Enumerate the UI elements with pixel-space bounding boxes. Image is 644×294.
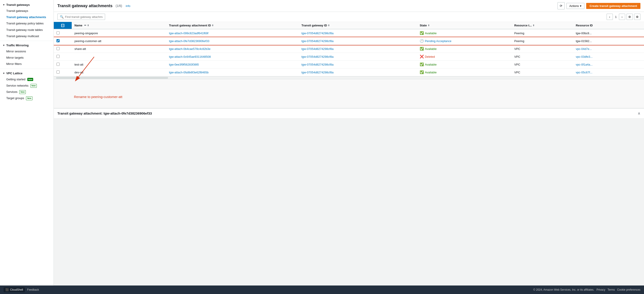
cell-state-4: ✅Available [417,61,512,68]
sidebar-item-services[interactable]: Services New [0,89,54,95]
tgw-id-link-5[interactable]: tgw-07054d8274298cf8a [302,71,334,74]
sort-state-icon[interactable]: ⇕ [428,24,430,27]
row-checkbox-4[interactable] [56,63,60,66]
page-count: (1/6) [116,4,122,7]
new-badge-target-groups: New [26,96,32,100]
row-checkbox-3[interactable] [56,55,60,58]
cell-resource-id-1: tgw-01582... [573,37,644,45]
th-resource-id[interactable]: Resource ID [573,22,644,29]
sidebar-section-traffic-mirroring[interactable]: ▼ Traffic Mirroring [0,42,54,48]
page-number: 1 [614,15,618,18]
attach-id-link-4[interactable]: tgw-0ee3f9f56283f36f0 [169,63,199,66]
sidebar-item-getting-started[interactable]: Getting started New [0,76,54,83]
header-actions: ⟳ Actions ▾ Create transit gateway attac… [558,2,640,9]
actions-label: Actions [570,4,579,7]
privacy-link[interactable]: Privacy [596,288,605,291]
sidebar-item-transit-gateway-multicast[interactable]: Transit gateway multicast [0,33,54,39]
info-link[interactable]: info [126,4,130,7]
feedback-link[interactable]: Feedback [27,288,39,291]
th-state[interactable]: State ⇕ [417,22,512,29]
sidebar-section-vpc-lattice[interactable]: ▼ VPC Lattice [0,70,54,76]
table-settings-button[interactable]: ⚙ [626,14,633,20]
row-checkbox-1[interactable] [56,39,60,42]
th-resource-type[interactable]: Resource t... ⇕ [512,22,573,29]
edit-name-icon[interactable]: ✏ [84,24,86,27]
sidebar-item-transit-gateway-attachments[interactable]: Transit gateway attachments [0,14,54,20]
table-row: peering-customer-atttgw-attach-0fe7d3823… [54,37,644,45]
attach-id-link-5[interactable]: tgw-attach-0fa9b6f3e62f8465b [169,71,208,74]
resource-id-link-3[interactable]: vpc-03dfe3... [576,55,592,58]
cell-attach-id-3: tgw-attach-0c645ae9311648508 [166,53,299,61]
next-page-button[interactable]: › [619,14,625,20]
sidebar-item-transit-gateway-route-tables[interactable]: Transit gateway route tables [0,27,54,33]
terms-link[interactable]: Terms [608,288,615,291]
row-checkbox-5[interactable] [56,70,60,74]
status-text: Available [425,47,437,51]
select-all-header[interactable]: — [54,22,72,29]
refresh-button[interactable]: ⟳ [558,2,565,9]
cell-attach-id-1: tgw-attach-0fe7d38236906ef33 [166,37,299,45]
details-collapse-button[interactable]: ∧ [638,111,640,116]
sidebar-section-traffic-mirroring-label: Traffic Mirroring [6,44,29,47]
sort-restype-icon[interactable]: ⇕ [533,24,534,27]
tgw-id-link-4[interactable]: tgw-07054d8274298cf8a [302,63,334,66]
pagination-controls: ‹ 1 › ⚙ ⚙ [606,14,640,20]
row-checkbox-2[interactable] [56,47,60,50]
cell-resource-id-0: tgw-00bc8... [573,29,644,37]
page-title: Transit gateway attachments [57,3,112,8]
status-text: Available [425,63,437,66]
sort-name-icon[interactable]: ⇕ [87,24,89,27]
sort-tgw-icon[interactable]: ⇕ [328,24,330,27]
search-container[interactable]: 🔍 [57,14,105,20]
sidebar-item-transit-gateways[interactable]: Transit gateways [0,8,54,14]
attach-id-link-0[interactable]: tgw-attach-099c823adf641f69f [169,31,208,35]
sidebar-item-mirror-filters[interactable]: Mirror filters [0,61,54,67]
cookie-preferences-link[interactable]: Cookie preferences [617,288,640,291]
cell-attach-id-0: tgw-attach-099c823adf641f69f [166,29,299,37]
sidebar-item-target-groups[interactable]: Target groups New [0,95,54,101]
create-attachment-button[interactable]: Create transit gateway attachment [586,3,640,9]
sidebar-item-mirror-targets[interactable]: Mirror targets [0,55,54,61]
scrollbar-thumb[interactable] [56,77,168,79]
th-tgw-id[interactable]: Transit gateway ID ⇕ [299,22,417,29]
row-checkbox-0[interactable] [56,31,60,34]
th-attach-id[interactable]: Transit gateway attachment ID ⇕ [166,22,299,29]
cell-name-5: dev-att [72,68,166,76]
cell-resource-type-0: Peering [512,29,573,37]
sidebar-item-mirror-sessions[interactable]: Mirror sessions [0,48,54,55]
th-name[interactable]: Name ✏ ⇕ [72,22,166,29]
cell-attach-id-2: tgw-attach-0b4cae578c4c82b3e [166,45,299,53]
cell-resource-type-3: VPC [512,53,573,61]
status-icon: ✅ [420,31,424,35]
sidebar-section-vpc-lattice-label: VPC Lattice [6,72,22,75]
th-resource-type-label: Resource t... [514,24,532,27]
sort-attach-icon[interactable]: ⇕ [212,24,214,27]
details-title: Transit gateway attachment: tgw-attach-0… [57,111,152,115]
tgw-id-link-1[interactable]: tgw-07054d8274298cf8a [302,39,334,43]
tgw-id-link-0[interactable]: tgw-07054d8274298cf8a [302,31,334,35]
status-icon: ❌ [420,55,424,59]
resource-id-link-5[interactable]: vpc-05c67f... [576,71,592,74]
actions-button[interactable]: Actions ▾ [566,3,584,9]
sidebar-item-service-networks[interactable]: Service networks New [0,83,54,89]
search-input[interactable] [65,15,103,18]
extra-settings-button[interactable]: ⚙ [634,14,640,20]
cell-state-2: ✅Available [417,45,512,53]
horizontal-scrollbar[interactable] [54,76,644,79]
attach-id-link-2[interactable]: tgw-attach-0b4cae578c4c82b3e [169,47,210,51]
cell-resource-type-4: VPC [512,61,573,68]
resource-id-link-4[interactable]: vpc-0f1a4a... [576,63,592,66]
cloudshell-button[interactable]: ⬛ CloudShell [4,287,25,292]
attach-id-link-3[interactable]: tgw-attach-0c645ae9311648508 [169,55,211,58]
tgw-id-link-2[interactable]: tgw-07054d8274298cf8a [302,47,334,51]
attach-id-link-1[interactable]: tgw-attach-0fe7d38236906ef33 [169,39,209,43]
sidebar-section-transit-gateways[interactable]: ▼ Transit gateways [0,2,54,8]
tgw-id-link-3[interactable]: tgw-07054d8274298cf8a [302,55,334,58]
sidebar-item-transit-gateway-policy-tables[interactable]: Transit gateway policy tables [0,20,54,27]
resource-id-link-2[interactable]: vpc-04d7e... [576,47,592,51]
footer-right: © 2024, Amazon Web Services, Inc. or its… [533,288,640,291]
prev-page-button[interactable]: ‹ [606,14,613,20]
cell-attach-id-5: tgw-attach-0fa9b6f3e62f8465b [166,68,299,76]
table-row: test-atttgw-0ee3f9f56283f36f0tgw-07054d8… [54,61,644,68]
cell-state-5: ✅Available [417,68,512,76]
